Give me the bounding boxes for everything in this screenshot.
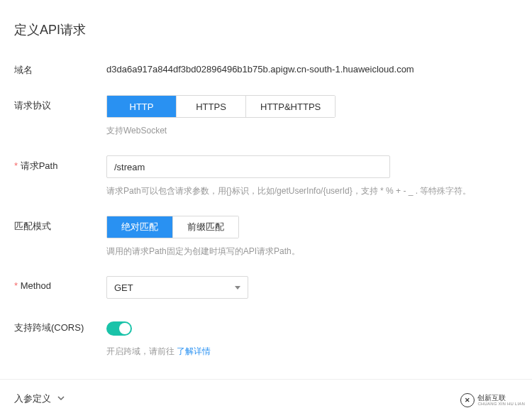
label-domain: 域名 — [14, 60, 106, 77]
row-protocol: 请求协议 HTTP HTTPS HTTP&HTTPS 支持WebSocket — [14, 95, 518, 137]
row-method: Method GET — [14, 276, 518, 299]
brand-logo-icon: ✕ — [460, 393, 475, 407]
row-cors: 支持跨域(CORS) 开启跨域，请前往 了解详情 — [14, 317, 518, 358]
label-method: Method — [14, 276, 106, 291]
brand-name-en: CHUANG XIN HU LIAN — [477, 402, 525, 407]
domain-value: d3da6a917a844df3bd02896496b1b75b.apigw.c… — [106, 60, 518, 75]
cors-hint-prefix: 开启跨域，请前往 — [106, 346, 177, 356]
method-select[interactable]: GET — [106, 276, 248, 299]
protocol-tab-both[interactable]: HTTP&HTTPS — [246, 96, 335, 117]
row-path: 请求Path 请求Path可以包含请求参数，用{}标识，比如/getUserIn… — [14, 155, 518, 197]
row-match-mode: 匹配模式 绝对匹配 前缀匹配 调用的请求Path固定为创建时填写的API请求Pa… — [14, 216, 518, 258]
match-mode-group: 绝对匹配 前缀匹配 — [106, 216, 239, 238]
chevron-down-icon — [51, 394, 65, 404]
row-domain: 域名 d3da6a917a844df3bd02896496b1b75b.apig… — [14, 60, 518, 77]
label-path: 请求Path — [14, 155, 106, 172]
toggle-knob — [119, 323, 131, 334]
cors-learn-more-link[interactable]: 了解详情 — [177, 346, 211, 356]
param-section-header[interactable]: 入参定义 — [0, 380, 532, 413]
cors-hint: 开启跨域，请前往 了解详情 — [106, 346, 518, 358]
protocol-tab-http[interactable]: HTTP — [107, 96, 177, 117]
label-match-mode: 匹配模式 — [14, 216, 106, 233]
cors-toggle[interactable] — [106, 321, 132, 336]
match-mode-hint: 调用的请求Path固定为创建时填写的API请求Path。 — [106, 246, 518, 258]
path-hint: 请求Path可以包含请求参数，用{}标识，比如/getUserInfo/{use… — [106, 185, 518, 197]
footer-brand: ✕ 创新互联 CHUANG XIN HU LIAN — [458, 392, 528, 409]
path-input[interactable] — [106, 155, 390, 178]
label-protocol: 请求协议 — [14, 95, 106, 112]
match-tab-prefix[interactable]: 前缀匹配 — [173, 216, 238, 238]
page-title: 定义API请求 — [14, 21, 518, 38]
method-value: GET — [114, 282, 133, 293]
brand-name-cn: 创新互联 — [477, 394, 525, 402]
protocol-group: HTTP HTTPS HTTP&HTTPS — [106, 95, 336, 118]
label-cors: 支持跨域(CORS) — [14, 317, 106, 334]
caret-down-icon — [235, 286, 240, 290]
protocol-hint: 支持WebSocket — [106, 125, 518, 137]
protocol-tab-https[interactable]: HTTPS — [177, 96, 246, 117]
param-section-label: 入参定义 — [14, 392, 51, 405]
match-tab-absolute[interactable]: 绝对匹配 — [107, 216, 173, 238]
